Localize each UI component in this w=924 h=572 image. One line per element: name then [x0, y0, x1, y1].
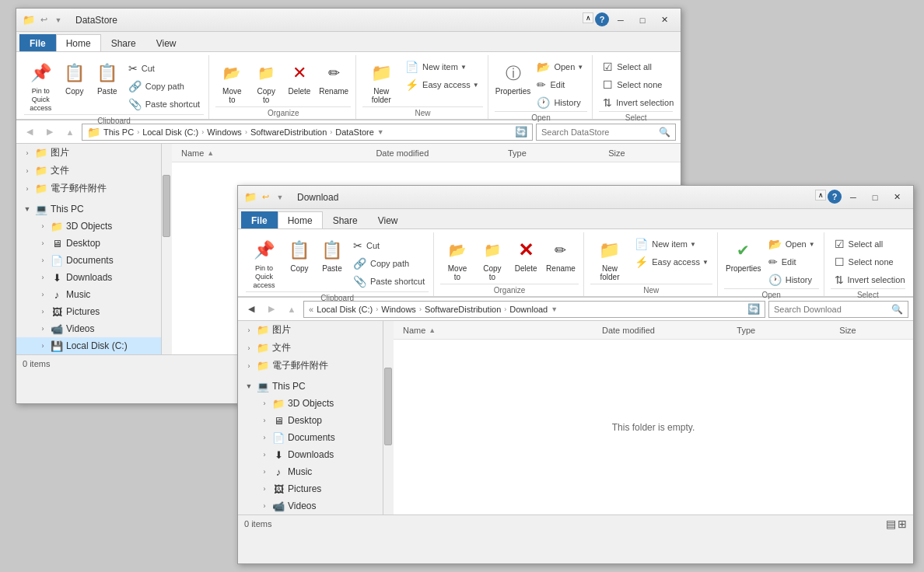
maximize-button2[interactable]: □	[865, 190, 885, 205]
paste-shortcut-btn2[interactable]: 📎 Paste shortcut	[349, 273, 429, 290]
search-box[interactable]: 🔍	[536, 124, 676, 141]
col-size2[interactable]: Size	[836, 326, 907, 335]
nav-item-documents[interactable]: › 📄 Documents	[16, 252, 161, 269]
history-btn[interactable]: 🕐 History	[533, 94, 587, 111]
copy-path-btn2[interactable]: 🔗 Copy path	[349, 255, 429, 272]
move-to-btn2[interactable]: 📂 Move to	[440, 235, 474, 284]
delete-btn[interactable]: ✕ Delete	[284, 58, 315, 98]
nav-item-downloads-d[interactable]: › ⬇ Downloads	[238, 446, 383, 463]
nav-item-3dobjects[interactable]: › 📁 3D Objects	[16, 218, 161, 235]
invert-selection-btn[interactable]: ⇅ Invert selection	[599, 94, 677, 111]
edit-btn[interactable]: ✏ Edit	[533, 76, 587, 93]
search-input2[interactable]	[774, 305, 888, 314]
tab-view2[interactable]: View	[368, 211, 408, 228]
forward-button[interactable]: ▶	[41, 124, 58, 141]
nav-item-pictures[interactable]: › 📁 图片	[16, 144, 161, 162]
back-button[interactable]: ◀	[21, 124, 38, 141]
forward-button2[interactable]: ▶	[263, 301, 280, 318]
cut-btn2[interactable]: ✂ Cut	[349, 237, 429, 254]
new-folder-btn[interactable]: 📁 New folder	[362, 58, 400, 106]
close-button2[interactable]: ✕	[887, 190, 907, 205]
edit-btn2[interactable]: ✏ Edit	[765, 253, 819, 270]
select-none-btn[interactable]: ☐ Select none	[599, 76, 677, 93]
easy-access-btn2[interactable]: ⚡ Easy access ▼	[631, 253, 712, 270]
select-all-btn2[interactable]: ☑ Select all	[831, 235, 909, 253]
delete-btn2[interactable]: ✕ Delete	[510, 235, 541, 275]
paste-btn[interactable]: 📋 Paste	[92, 58, 123, 98]
copy-path-btn[interactable]: 🔗 Copy path	[124, 78, 204, 95]
col-name2[interactable]: Name ▲	[400, 326, 599, 335]
maximize-button[interactable]: □	[632, 12, 653, 28]
history-btn2[interactable]: 🕐 History	[765, 271, 819, 288]
tab-home[interactable]: Home	[56, 34, 101, 51]
open-btn2[interactable]: 📂 Open ▼	[765, 235, 819, 253]
copy-btn[interactable]: 📋 Copy	[59, 58, 90, 98]
col-size[interactable]: Size	[605, 148, 674, 158]
search-box2[interactable]: 🔍	[768, 301, 908, 318]
nav-item-music-d[interactable]: › ♪ Music	[238, 463, 383, 480]
nav-scrollbar[interactable]	[161, 144, 172, 354]
nav-item-videos[interactable]: › 📹 Videos	[16, 320, 161, 337]
nav-scroll-thumb[interactable]	[163, 175, 170, 237]
minimize-button2[interactable]: ─	[843, 190, 863, 205]
nav-scroll-thumb2[interactable]	[384, 368, 392, 445]
nav-item-documents-d[interactable]: › 📄 Documents	[238, 429, 383, 446]
new-item-btn[interactable]: 📄 New item ▼	[401, 58, 483, 75]
nav-item-pictures2-d[interactable]: › 🖼 Pictures	[238, 480, 383, 497]
properties-btn2[interactable]: ✔ Properties	[724, 235, 763, 275]
nav-item-music[interactable]: › ♪ Music	[16, 286, 161, 303]
col-date2[interactable]: Date modified	[599, 326, 733, 335]
up-button2[interactable]: ▲	[283, 301, 300, 318]
col-name[interactable]: Name ▲	[178, 148, 373, 158]
nav-item-files[interactable]: › 📁 文件	[16, 162, 161, 180]
copy-to-btn[interactable]: 📁 Copy to	[250, 58, 282, 106]
pin-button[interactable]: 📌 Pin to Quick access	[24, 58, 58, 114]
close-button[interactable]: ✕	[654, 12, 674, 28]
nav-item-thispc-d[interactable]: ▼ 💻 This PC	[238, 378, 383, 395]
copy-btn2[interactable]: 📋 Copy	[284, 235, 315, 275]
grid-view-icon[interactable]: ⊞	[898, 518, 907, 530]
move-to-btn[interactable]: 📂 Move to	[215, 58, 248, 106]
back-button2[interactable]: ◀	[243, 301, 260, 318]
paste-btn2[interactable]: 📋 Paste	[317, 235, 348, 275]
copy-to-btn2[interactable]: 📁 Copy to	[476, 235, 509, 284]
col-type2[interactable]: Type	[733, 326, 836, 335]
nav-item-files-d[interactable]: › 📁 文件	[238, 339, 383, 357]
nav-item-thispc[interactable]: ▼ 💻 This PC	[16, 201, 161, 218]
tab-share[interactable]: Share	[101, 34, 146, 51]
new-item-btn2[interactable]: 📄 New item ▼	[631, 235, 712, 253]
nav-item-3dobjects-d[interactable]: › 📁 3D Objects	[238, 395, 383, 412]
select-all-btn[interactable]: ☑ Select all	[599, 58, 677, 75]
pin-button2[interactable]: 📌 Pin to Quick access	[246, 235, 282, 291]
invert-selection-btn2[interactable]: ⇅ Invert selection	[831, 271, 909, 288]
search-input[interactable]	[541, 127, 656, 137]
tab-file2[interactable]: File	[241, 211, 278, 228]
tab-share2[interactable]: Share	[323, 211, 368, 228]
cut-btn[interactable]: ✂ Cut	[124, 60, 204, 77]
tab-file[interactable]: File	[19, 34, 56, 51]
nav-item-email[interactable]: › 📁 電子郵件附件	[16, 180, 161, 197]
nav-item-pictures-d[interactable]: › 📁 图片	[238, 321, 383, 339]
easy-access-btn[interactable]: ⚡ Easy access ▼	[401, 76, 483, 93]
open-btn[interactable]: 📂 Open ▼	[533, 58, 587, 75]
nav-scrollbar2[interactable]	[383, 321, 394, 514]
minimize-button[interactable]: ─	[611, 12, 631, 28]
new-folder-btn2[interactable]: 📁 New folder	[590, 235, 629, 284]
nav-item-desktop[interactable]: › 🖥 Desktop	[16, 235, 161, 252]
address-path2[interactable]: « Local Disk (C:) › Windows › SoftwareDi…	[303, 301, 765, 318]
tab-home2[interactable]: Home	[278, 211, 323, 228]
paste-shortcut-btn[interactable]: 📎 Paste shortcut	[124, 96, 204, 113]
list-view-icon[interactable]: ▤	[886, 518, 896, 530]
nav-item-pictures2[interactable]: › 🖼 Pictures	[16, 303, 161, 320]
rename-btn2[interactable]: ✏ Rename	[543, 235, 579, 275]
nav-item-downloads[interactable]: › ⬇ Downloads	[16, 269, 161, 286]
col-date[interactable]: Date modified	[373, 148, 505, 158]
properties-btn[interactable]: ⓘ Properties	[495, 58, 532, 98]
nav-item-videos-d[interactable]: › 📹 Videos	[238, 497, 383, 514]
address-path[interactable]: 📁 This PC › Local Disk (C:) › Windows › …	[82, 124, 533, 141]
rename-btn[interactable]: ✏ Rename	[317, 58, 351, 98]
tab-view[interactable]: View	[146, 34, 187, 51]
col-type[interactable]: Type	[505, 148, 605, 158]
up-button[interactable]: ▲	[61, 124, 79, 141]
nav-item-email-d[interactable]: › 📁 電子郵件附件	[238, 357, 383, 375]
